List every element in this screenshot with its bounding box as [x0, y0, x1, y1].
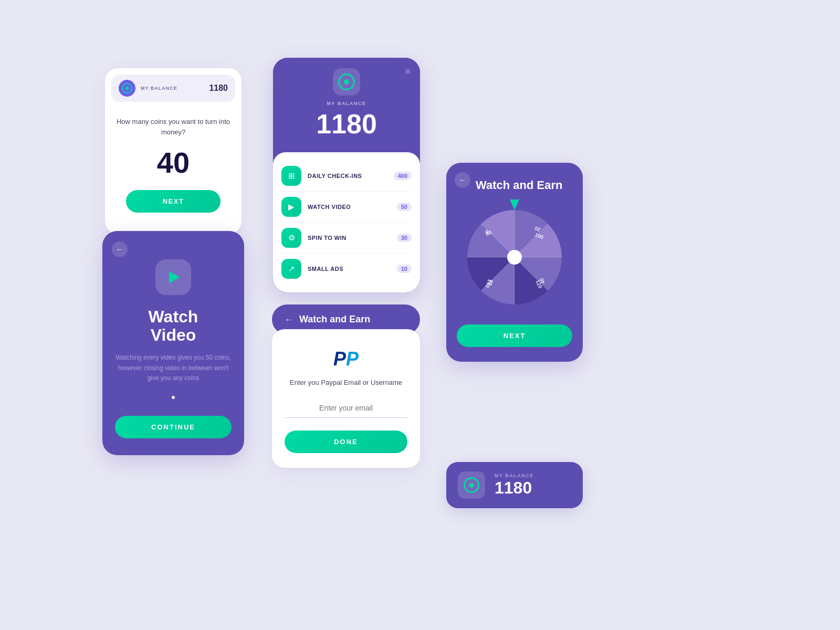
main-balance-header: ≡ MY BALANCE 1180 — [273, 58, 420, 152]
paypal-logo: PP — [285, 348, 407, 370]
spin-back-button[interactable]: ← — [455, 172, 470, 188]
paypal-description: Enter you Paypal Email or Username — [285, 377, 407, 388]
balance-text-wrap: MY BALANCE 1180 — [495, 473, 534, 498]
spin-label: SPIN TO WIN — [308, 235, 391, 241]
checkins-label: DAILY CHECK-INS — [308, 173, 387, 179]
main-balance-value: 1180 — [284, 108, 410, 140]
continue-button[interactable]: CONTINUE — [115, 416, 232, 438]
ads-badge: 10 — [397, 265, 412, 273]
paypal-p1: P — [333, 348, 346, 370]
menu-icon[interactable]: ≡ — [405, 66, 411, 77]
earnings-list: ⊞ DAILY CHECK-INS 400 ▶ WATCH VIDEO 50 ⚙… — [273, 152, 420, 292]
back-button[interactable]: ← — [112, 242, 128, 257]
coin-circle — [338, 74, 355, 90]
video-icon-wrap — [155, 259, 191, 295]
list-item-video[interactable]: ▶ WATCH VIDEO 50 — [281, 192, 412, 223]
dot-active — [172, 396, 175, 399]
balance-label: MY BALANCE — [141, 86, 204, 91]
main-balance-card: ≡ MY BALANCE 1180 ⊞ DAILY CHECK-INS 400 … — [273, 58, 420, 292]
spin-wheel-container[interactable]: 100 120 140 0 20 40 60 80 — [462, 205, 567, 310]
paypal-email-input[interactable] — [285, 398, 407, 418]
coin-circle-md — [464, 477, 479, 493]
ads-label: SMALL ADS — [308, 266, 391, 272]
coin-dot-md — [469, 483, 474, 488]
paypal-section: PP Enter you Paypal Email or Username DO… — [272, 329, 420, 468]
pagination-dots — [115, 396, 232, 399]
coin-center-dot — [344, 79, 349, 85]
video-badge: 50 — [397, 203, 412, 211]
video-icon: ▶ — [281, 197, 301, 217]
balance-small-card: MY BALANCE 1180 — [446, 462, 583, 508]
wheel-center-circle — [507, 250, 522, 265]
spin-wheel-card: ← Watch and Earn — [446, 163, 583, 362]
balance-header: MY BALANCE 1180 — [111, 75, 235, 102]
conversion-question: How many coins you want to turn into mon… — [116, 117, 231, 137]
next-button[interactable]: NEXT — [126, 190, 220, 213]
wheel-pointer — [510, 200, 519, 210]
list-item-spin[interactable]: ⚙ SPIN TO WIN 30 — [281, 223, 412, 254]
back-arrow-icon: ← — [285, 315, 293, 324]
spin-icon: ⚙ — [281, 228, 301, 248]
list-item-ads[interactable]: ↗ SMALL ADS 10 — [281, 254, 412, 284]
paypal-p2: P — [346, 348, 359, 370]
video-label: WATCH VIDEO — [308, 204, 391, 210]
watch-video-card: ← WatchVideo Watching every video gives … — [102, 231, 244, 455]
coin-icon — [119, 80, 135, 97]
watch-description: Watching every video gives you 50 coins,… — [115, 353, 232, 383]
balance-sm-value: 1180 — [495, 478, 534, 498]
spin-wheel-svg: 100 120 140 0 20 40 60 80 — [462, 205, 567, 310]
main-balance-label: MY BALANCE — [284, 101, 410, 106]
watch-earn-paypal-card: ← Watch and Earn PP Enter you Paypal Ema… — [272, 304, 420, 468]
play-icon — [169, 271, 180, 284]
spin-badge: 30 — [397, 234, 412, 242]
spin-title: Watch and Earn — [457, 178, 572, 192]
coin-inner — [122, 83, 132, 93]
checkins-icon: ⊞ — [281, 166, 301, 186]
balance-conversion-card: MY BALANCE 1180 How many coins you want … — [105, 68, 242, 234]
coin-icon-lg — [333, 68, 360, 96]
coins-amount: 40 — [116, 145, 231, 180]
coin-dot — [125, 87, 129, 90]
done-button[interactable]: DONE — [285, 430, 407, 453]
balance-sm-label: MY BALANCE — [495, 473, 534, 478]
spin-next-button[interactable]: NEXT — [457, 324, 572, 347]
balance-value: 1180 — [209, 83, 228, 93]
watch-earn-header-label: Watch and Earn — [299, 314, 370, 325]
list-item-checkins[interactable]: ⊞ DAILY CHECK-INS 400 — [281, 161, 412, 192]
coin-icon-md — [458, 471, 485, 499]
card-body: How many coins you want to turn into mon… — [105, 108, 242, 221]
ads-icon: ↗ — [281, 259, 301, 279]
main-canvas: MY BALANCE 1180 How many coins you want … — [21, 26, 819, 604]
watch-title: WatchVideo — [115, 308, 232, 344]
checkins-badge: 400 — [394, 172, 412, 180]
